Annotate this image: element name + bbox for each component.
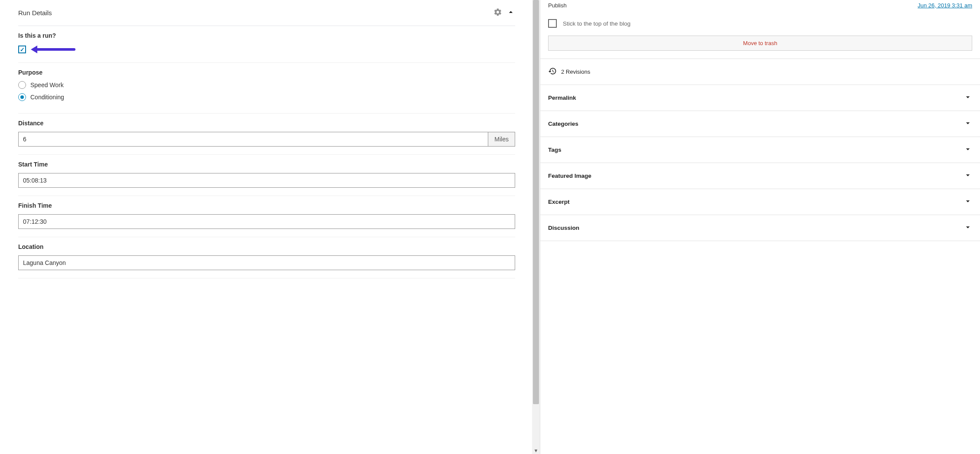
field-label: Location: [18, 243, 515, 250]
panel-header-actions: [493, 8, 515, 18]
main-content: Run Details Is this a run? ✓ Purpose Spe…: [0, 0, 526, 454]
accordion-label: Tags: [548, 147, 562, 153]
radio-icon: [18, 81, 26, 89]
accordion-label: Categories: [548, 121, 578, 127]
chevron-down-icon: [964, 197, 972, 207]
field-label: Finish Time: [18, 202, 515, 209]
field-label: Distance: [18, 120, 515, 127]
stick-to-top-row: Stick to the top of the blog: [540, 15, 980, 36]
accordion-categories[interactable]: Categories: [540, 111, 980, 137]
accordion-tags[interactable]: Tags: [540, 137, 980, 163]
radio-label: Speed Work: [30, 82, 64, 88]
field-label: Is this a run?: [18, 32, 515, 39]
accordion-excerpt[interactable]: Excerpt: [540, 189, 980, 215]
accordion-label: Permalink: [548, 95, 576, 101]
finish-time-input[interactable]: [18, 214, 515, 229]
field-finish-time: Finish Time: [18, 196, 515, 237]
distance-input-group: Miles: [18, 132, 515, 147]
field-label: Purpose: [18, 69, 515, 76]
field-location: Location: [18, 237, 515, 278]
accordion-discussion[interactable]: Discussion: [540, 215, 980, 241]
field-is-run: Is this a run? ✓: [18, 26, 515, 63]
chevron-down-icon: [964, 171, 972, 181]
scrollbar-thumb[interactable]: [533, 0, 539, 404]
panel-title: Run Details: [18, 9, 493, 16]
start-time-input[interactable]: [18, 173, 515, 188]
field-label: Start Time: [18, 161, 515, 168]
settings-sidebar: Publish Jun 26, 2019 3:31 am Stick to th…: [540, 0, 980, 454]
accordion-label: Discussion: [548, 225, 579, 231]
chevron-down-icon: [964, 145, 972, 155]
distance-unit: Miles: [488, 132, 515, 147]
is-run-checkbox[interactable]: ✓: [18, 46, 26, 53]
accordion-label: Excerpt: [548, 199, 570, 205]
move-to-trash-button[interactable]: Move to trash: [548, 36, 972, 51]
history-icon: [548, 67, 557, 77]
chevron-down-icon: [964, 93, 972, 103]
revisions-row[interactable]: 2 Revisions: [540, 59, 980, 85]
location-input[interactable]: [18, 255, 515, 270]
field-distance: Distance Miles: [18, 114, 515, 155]
is-run-checkbox-row: ✓: [18, 44, 515, 55]
stick-label: Stick to the top of the blog: [563, 20, 630, 27]
chevron-down-icon: [964, 223, 972, 233]
scrollbar-down-arrow[interactable]: ▼: [532, 448, 540, 453]
publish-row: Publish Jun 26, 2019 3:31 am: [540, 0, 980, 15]
gap: [526, 0, 532, 454]
vertical-scrollbar[interactable]: ▼: [532, 0, 540, 454]
publish-label: Publish: [548, 2, 567, 9]
field-purpose: Purpose Speed Work Conditioning: [18, 63, 515, 114]
revisions-label: 2 Revisions: [561, 69, 590, 75]
chevron-up-icon[interactable]: [506, 8, 515, 18]
panel-header: Run Details: [18, 0, 515, 26]
gear-icon[interactable]: [493, 8, 502, 18]
radio-icon: [18, 93, 26, 101]
accordion-label: Featured Image: [548, 173, 591, 179]
purpose-option-conditioning[interactable]: Conditioning: [18, 93, 515, 101]
radio-label: Conditioning: [30, 94, 64, 101]
accordion-featured-image[interactable]: Featured Image: [540, 163, 980, 189]
annotation-arrow: [29, 44, 76, 55]
trash-section: Move to trash: [540, 36, 980, 59]
publish-date-link[interactable]: Jun 26, 2019 3:31 am: [918, 2, 972, 9]
distance-input[interactable]: [18, 132, 488, 147]
field-start-time: Start Time: [18, 155, 515, 196]
accordion-permalink[interactable]: Permalink: [540, 85, 980, 111]
chevron-down-icon: [964, 119, 972, 129]
stick-checkbox[interactable]: [548, 19, 557, 28]
purpose-option-speed[interactable]: Speed Work: [18, 81, 515, 89]
